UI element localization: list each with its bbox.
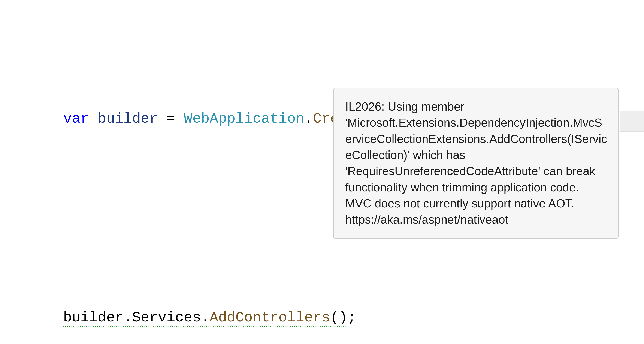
token-identifier-builder: builder	[63, 309, 123, 326]
warning-squiggle[interactable]: builder.Services.AddControllers()	[63, 309, 348, 326]
token-dot: .	[201, 309, 210, 326]
token-space	[89, 111, 98, 127]
token-semicolon: ;	[348, 309, 356, 326]
token-equals: =	[166, 111, 175, 127]
warning-tooltip-text: IL2026: Using member 'Microsoft.Extensio…	[345, 100, 607, 226]
token-property-services: Services	[132, 309, 201, 326]
token-space	[158, 111, 166, 127]
token-keyword-var: var	[63, 111, 89, 127]
token-method-addcontrollers: AddControllers	[210, 309, 330, 326]
token-parens: ()	[330, 309, 348, 326]
token-type-webapplication: WebApplication	[184, 111, 304, 127]
token-identifier-builder: builder	[98, 111, 158, 127]
token-space	[175, 111, 184, 127]
warning-tooltip: IL2026: Using member 'Microsoft.Extensio…	[333, 88, 618, 239]
token-dot: .	[304, 111, 313, 127]
token-dot: .	[124, 309, 132, 326]
code-line-warning[interactable]: builder.Services.AddControllers();	[12, 307, 644, 329]
vertical-scrollbar[interactable]	[620, 111, 644, 132]
